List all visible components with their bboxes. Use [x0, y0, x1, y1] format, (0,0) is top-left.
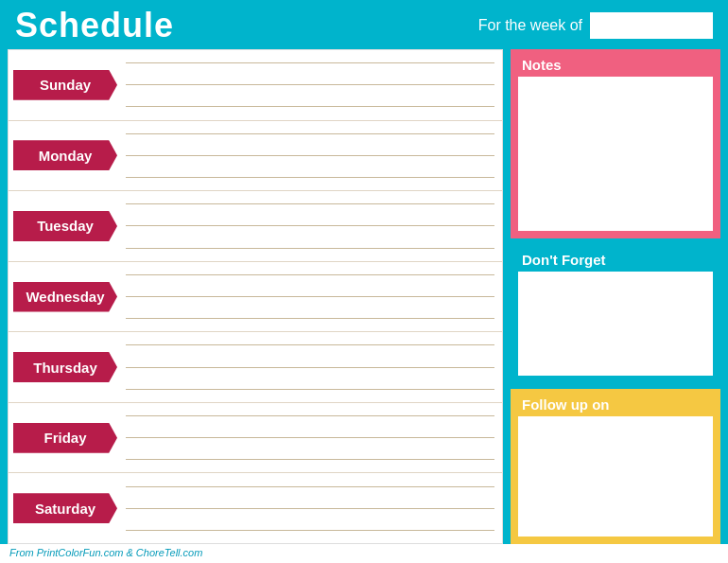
saturday-lines: [122, 473, 502, 543]
sunday-banner: Sunday: [13, 70, 117, 100]
schedule-app: Schedule For the week of Sunday: [0, 0, 728, 563]
monday-banner: Monday: [13, 140, 117, 170]
notes-panel: Notes: [511, 49, 720, 238]
line: [126, 133, 494, 134]
line: [126, 296, 494, 297]
thursday-label: Thursday: [33, 360, 97, 376]
line: [126, 177, 494, 178]
sunday-lines: [122, 50, 502, 120]
line: [126, 459, 494, 460]
follow-up-panel-body[interactable]: [518, 416, 713, 537]
right-panels: Notes Don't Forget Follow up on: [503, 49, 720, 544]
wednesday-lines: [122, 262, 502, 332]
week-of-container: For the week of: [478, 12, 713, 39]
footer: From PrintColorFun.com & ChoreTell.com: [0, 544, 728, 563]
header: Schedule For the week of: [0, 0, 728, 49]
day-row-saturday: Saturday: [9, 473, 502, 543]
line: [126, 248, 494, 249]
follow-up-panel-header: Follow up on: [512, 391, 719, 416]
saturday-label-container: Saturday: [9, 473, 122, 543]
main-content: Sunday Monday: [0, 49, 728, 544]
thursday-lines: [122, 332, 502, 402]
line: [126, 84, 494, 85]
day-row-sunday: Sunday: [9, 50, 502, 121]
line: [126, 62, 494, 63]
line: [126, 155, 494, 156]
line: [126, 437, 494, 438]
day-row-tuesday: Tuesday: [9, 191, 502, 262]
line: [126, 344, 494, 345]
dont-forget-panel-header: Don't Forget: [512, 246, 719, 272]
schedule-area: Sunday Monday: [8, 49, 503, 544]
app-title: Schedule: [15, 6, 174, 45]
monday-lines: [122, 121, 502, 191]
line: [126, 203, 494, 204]
monday-label: Monday: [39, 148, 93, 164]
footer-text: From PrintColorFun.com & ChoreTell.com: [9, 547, 202, 558]
saturday-label: Saturday: [35, 501, 95, 517]
notes-panel-body[interactable]: [518, 77, 713, 231]
dont-forget-panel-body[interactable]: [518, 272, 713, 376]
day-row-monday: Monday: [9, 121, 502, 192]
tuesday-banner: Tuesday: [13, 211, 117, 241]
tuesday-lines: [122, 191, 502, 261]
friday-label: Friday: [43, 430, 86, 446]
line: [126, 530, 494, 531]
tuesday-label: Tuesday: [37, 218, 94, 234]
saturday-banner: Saturday: [13, 493, 117, 523]
day-row-friday: Friday: [9, 403, 502, 474]
line: [126, 274, 494, 275]
line: [126, 486, 494, 487]
line: [126, 367, 494, 368]
wednesday-banner: Wednesday: [13, 282, 117, 312]
friday-lines: [122, 403, 502, 473]
sunday-label-container: Sunday: [9, 50, 122, 120]
week-input[interactable]: [590, 12, 713, 39]
monday-label-container: Monday: [9, 121, 122, 191]
friday-banner: Friday: [13, 423, 117, 453]
dont-forget-panel: Don't Forget: [511, 244, 720, 383]
week-of-label: For the week of: [478, 17, 582, 34]
follow-up-panel: Follow up on: [511, 389, 720, 544]
notes-panel-header: Notes: [512, 51, 719, 77]
wednesday-label: Wednesday: [26, 289, 104, 305]
thursday-label-container: Thursday: [9, 332, 122, 402]
thursday-banner: Thursday: [13, 352, 117, 382]
sunday-label: Sunday: [40, 77, 91, 93]
line: [126, 415, 494, 416]
line: [126, 106, 494, 107]
wednesday-label-container: Wednesday: [9, 262, 122, 332]
friday-label-container: Friday: [9, 403, 122, 473]
line: [126, 508, 494, 509]
day-row-thursday: Thursday: [9, 332, 502, 403]
tuesday-label-container: Tuesday: [9, 191, 122, 261]
line: [126, 225, 494, 226]
line: [126, 389, 494, 390]
day-row-wednesday: Wednesday: [9, 262, 502, 333]
line: [126, 318, 494, 319]
